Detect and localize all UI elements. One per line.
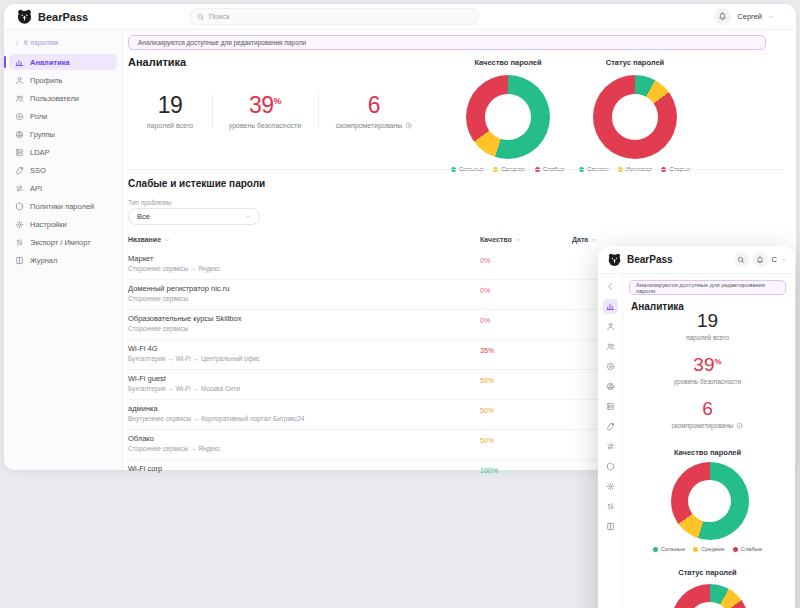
legend-password-quality: Сильные Средние Слабые (624, 546, 791, 552)
sidebar-item-analytics[interactable]: Аналитика (9, 54, 117, 70)
sidebar-item-api[interactable] (603, 439, 618, 454)
chevron-left-icon (606, 282, 615, 291)
sidebar-item-ldap[interactable] (603, 399, 618, 414)
brand: BearPass (16, 8, 88, 25)
sidebar-item-groups[interactable]: Группы (9, 126, 117, 142)
quality-value: 0% (480, 287, 490, 294)
quality-value: 0% (480, 257, 490, 264)
quality-value: 50% (480, 377, 494, 384)
info-icon[interactable] (736, 422, 743, 429)
quality-value: 100% (480, 467, 498, 474)
sort-chevron-icon (515, 237, 521, 243)
chart-title-status: Статус паролей (624, 568, 791, 577)
chart-password-status: Статус паролей Свежие Истекают Старые (574, 58, 696, 172)
sidebar-item-ldap[interactable]: LDAP (9, 144, 117, 160)
chart-password-quality: Качество паролей Сильные Средние Слабые (447, 58, 569, 172)
sidebar: К паролям Аналитика Профиль Пользователи… (4, 30, 123, 470)
stat-compromised: 6 скомпрометированы (318, 92, 430, 129)
page-title: Аналитика (128, 56, 186, 68)
sort-chevron-icon (164, 237, 170, 243)
problem-type-select[interactable]: Все (128, 208, 260, 225)
sidebar-item-roles[interactable]: Роли (9, 108, 117, 124)
bearpass-logo-icon (607, 252, 622, 267)
chart-title-quality: Качество паролей (624, 448, 791, 457)
search-box[interactable] (189, 8, 479, 25)
book-icon (15, 256, 24, 265)
gear-icon (15, 220, 24, 229)
search-icon (737, 256, 745, 264)
sidebar-item-settings[interactable]: Настройки (9, 216, 117, 232)
back-to-passwords-link[interactable]: К паролям (14, 39, 112, 46)
up-down-arrows-icon (15, 238, 24, 247)
chevron-down-icon (768, 14, 774, 20)
bearpass-logo-icon (16, 8, 33, 25)
book-icon (606, 522, 615, 531)
column-header-quality[interactable]: Качество (480, 236, 521, 243)
hexagon-shield-icon (15, 202, 24, 211)
stat-total-passwords: 19 паролей всего (128, 92, 212, 129)
sidebar-item-password-policies[interactable] (603, 459, 618, 474)
sidebar-item-settings[interactable] (603, 479, 618, 494)
server-icon (606, 402, 615, 411)
column-header-name[interactable]: Название (128, 236, 170, 243)
legend-dot (653, 547, 658, 552)
sidebar-item-analytics[interactable] (603, 299, 618, 314)
search-icon (197, 13, 205, 21)
role-icon (606, 362, 615, 371)
sidebar-item-password-policies[interactable]: Политики паролей (9, 198, 117, 214)
notifications-button[interactable] (714, 8, 731, 25)
server-icon (15, 148, 24, 157)
mobile-window: BearPass С Анализируются доступные для р… (598, 246, 795, 608)
sort-chevron-icon (591, 237, 597, 243)
legend-item: Средние (693, 546, 725, 552)
stat-total-passwords: 19 паролей всего (624, 310, 791, 341)
group-icon (15, 130, 24, 139)
user-initial[interactable]: С (772, 255, 777, 264)
users-icon (606, 342, 615, 351)
sidebar-item-journal[interactable] (603, 519, 618, 534)
sidebar-item-profile[interactable] (603, 319, 618, 334)
sidebar-item-sso[interactable] (603, 419, 618, 434)
sidebar-item-api[interactable]: API (9, 180, 117, 196)
donut-password-quality (671, 462, 749, 540)
sidebar-item-export-import[interactable] (603, 499, 618, 514)
legend-dot (733, 547, 738, 552)
group-icon (606, 382, 615, 391)
legend-item: Слабые (733, 546, 763, 552)
key-tag-icon (606, 422, 615, 431)
user-name: Сергей (737, 12, 762, 21)
quality-value: 50% (480, 407, 494, 414)
role-icon (15, 112, 24, 121)
sidebar-item-sso[interactable]: SSO (9, 162, 117, 178)
arrows-exchange-icon (606, 442, 615, 451)
column-header-date[interactable]: Дата (572, 236, 597, 243)
mobile-brand: BearPass (607, 252, 673, 267)
notifications-button[interactable] (753, 252, 768, 267)
bar-chart-icon (606, 302, 615, 311)
sidebar-item-groups[interactable] (603, 379, 618, 394)
arrows-exchange-icon (15, 184, 24, 193)
sidebar-item-users[interactable] (603, 339, 618, 354)
user-menu[interactable]: Сергей (714, 8, 774, 25)
search-input[interactable] (209, 12, 471, 21)
quality-value: 0% (480, 317, 490, 324)
info-banner: Анализируются доступные для редактирован… (128, 35, 766, 50)
stat-security-level: 39% уровень безопасности (212, 92, 318, 129)
stat-compromised: 6 скомпрометированы (624, 398, 791, 429)
stat-security-level: 39% уровень безопасности (624, 354, 791, 385)
sidebar-item-roles[interactable] (603, 359, 618, 374)
section-divider (128, 169, 784, 170)
info-icon[interactable] (405, 122, 412, 129)
search-button[interactable] (734, 252, 749, 267)
app-name: BearPass (627, 254, 673, 265)
back-to-passwords-link[interactable] (603, 279, 618, 294)
topbar: BearPass Сергей (4, 4, 796, 30)
sidebar-item-journal[interactable]: Журнал (9, 252, 117, 268)
quality-value: 35% (480, 347, 494, 354)
sidebar-item-profile[interactable]: Профиль (9, 72, 117, 88)
info-banner: Анализируются доступные для редактирован… (629, 280, 786, 295)
chevron-down-icon (781, 257, 787, 263)
chevron-down-icon (245, 214, 251, 220)
sidebar-item-users[interactable]: Пользователи (9, 90, 117, 106)
sidebar-item-export-import[interactable]: Экспорт / Импорт (9, 234, 117, 250)
